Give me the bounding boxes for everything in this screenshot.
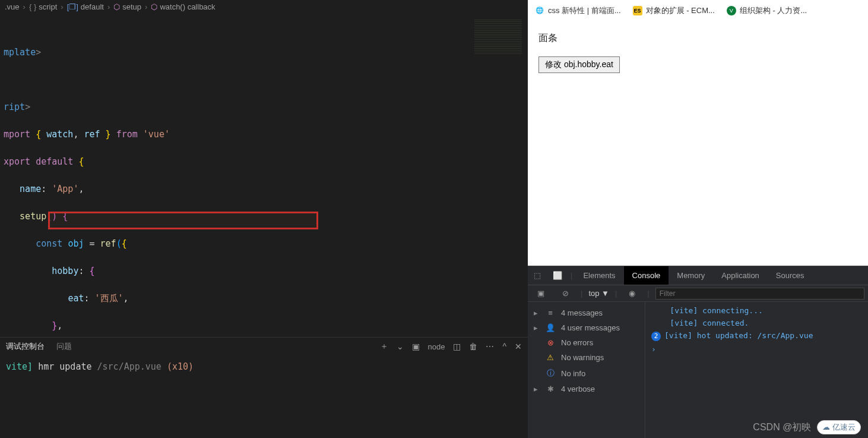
- watermark: CSDN @初映 ☁ 亿速云: [753, 420, 861, 434]
- more-icon[interactable]: ⋯: [486, 342, 494, 351]
- sidebar-item-label: No warnings: [561, 353, 604, 362]
- terminal-tab-problems[interactable]: 问题: [56, 341, 72, 352]
- minimap[interactable]: [468, 14, 528, 85]
- code-token: ript: [4, 102, 25, 112]
- console-prompt[interactable]: ›: [645, 343, 868, 355]
- trash-icon[interactable]: 🗑: [469, 342, 477, 351]
- devtools-toolbar: ▣ ⊘ | top ▼ | ◉ |: [528, 285, 868, 302]
- context-select[interactable]: top ▼: [588, 289, 609, 298]
- breadcrumb-script[interactable]: script: [39, 2, 57, 11]
- browser-tab[interactable]: V 组织架构 - 人力资...: [723, 3, 810, 18]
- v-icon: V: [727, 6, 736, 15]
- sidebar-item-label: 4 messages: [561, 308, 603, 317]
- sidebar-item-label: 4 verbose: [561, 385, 595, 393]
- code-token: mplate: [4, 47, 36, 58]
- globe-icon: 🌐: [535, 6, 544, 15]
- inspect-icon[interactable]: ⬚: [528, 271, 547, 280]
- console-sidebar: ▸≡4 messages ▸👤4 user messages ⊗No error…: [528, 302, 645, 438]
- code-token: xport: [4, 156, 30, 167]
- console-log: [vite] connected.: [645, 317, 868, 329]
- breadcrumb[interactable]: .vue › { } script › [❐] default › ⬡ setu…: [0, 0, 528, 14]
- module-icon: [❐]: [67, 2, 78, 11]
- chevron-up-icon[interactable]: ^: [502, 342, 506, 351]
- vscode-editor-pane: .vue › { } script › [❐] default › ⬡ setu…: [0, 0, 528, 438]
- sidebar-item-warnings[interactable]: ⚠No warnings: [528, 350, 645, 365]
- console-output[interactable]: [vite] connecting... [vite] connected. 2…: [645, 302, 868, 438]
- chevron-down-icon[interactable]: ⌄: [397, 342, 404, 351]
- watermark-cloud: ☁ 亿速云: [817, 420, 861, 434]
- terminal-tab-debug[interactable]: 调试控制台: [6, 341, 45, 352]
- plus-icon[interactable]: ＋: [380, 341, 388, 352]
- cube-icon: ⬡: [151, 2, 157, 11]
- device-icon[interactable]: ⬜: [547, 271, 568, 280]
- browser-tab[interactable]: ES 对象的扩展 - ECM...: [629, 3, 718, 18]
- breadcrumb-sep: ›: [23, 2, 26, 11]
- console-log: 2[vite] hot updated: /src/App.vue: [645, 329, 868, 343]
- terminal-node-label: node: [428, 342, 445, 351]
- terminal-panel: 调试控制台 问题 ＋ ⌄ ▣ node ◫ 🗑 ⋯ ^ ✕ vite] hmr …: [0, 337, 528, 438]
- breadcrumb-default[interactable]: default: [81, 2, 104, 11]
- term-tag: vite]: [6, 361, 33, 372]
- code-editor[interactable]: mplate> ript> mport { watch, ref } from …: [0, 14, 528, 337]
- console-log: [vite] connecting...: [645, 304, 868, 317]
- tab-label: 对象的扩展 - ECM...: [646, 5, 715, 16]
- sidebar-item-label: No info: [561, 369, 585, 378]
- tab-memory[interactable]: Memory: [669, 266, 713, 285]
- filter-input[interactable]: [655, 288, 864, 300]
- breadcrumb-file[interactable]: .vue: [5, 2, 20, 11]
- eye-icon[interactable]: ◉: [623, 289, 641, 298]
- breadcrumb-sep: ›: [61, 2, 63, 11]
- devtools-tabs: ⬚ ⬜ | Elements Console Memory Applicatio…: [528, 266, 868, 285]
- breadcrumb-sep: ›: [145, 2, 147, 11]
- terminal-icon[interactable]: ▣: [412, 342, 420, 351]
- browser-tab[interactable]: 🌐 css 新特性 | 前端面...: [531, 3, 625, 18]
- tab-console[interactable]: Console: [624, 266, 669, 285]
- sidebar-item-messages[interactable]: ▸≡4 messages: [528, 305, 645, 320]
- tab-elements[interactable]: Elements: [575, 266, 623, 285]
- watermark-csdn: CSDN @初映: [753, 421, 811, 434]
- cube-icon: ⬡: [113, 2, 120, 11]
- sidebar-icon[interactable]: ▣: [531, 289, 550, 298]
- es-icon: ES: [633, 6, 642, 15]
- sidebar-item-verbose[interactable]: ▸✱4 verbose: [528, 382, 645, 396]
- terminal-tabs: 调试控制台 问题 ＋ ⌄ ▣ node ◫ 🗑 ⋯ ^ ✕: [0, 338, 528, 355]
- term-text: hmr update: [38, 361, 91, 372]
- breadcrumb-callback[interactable]: watch() callback: [160, 2, 215, 11]
- highlight-box: [48, 212, 318, 229]
- page-text: 面条: [538, 32, 857, 45]
- breadcrumb-setup[interactable]: setup: [122, 2, 141, 11]
- log-count-badge: 2: [651, 332, 661, 341]
- sidebar-item-user[interactable]: ▸👤4 user messages: [528, 320, 645, 335]
- breadcrumb-sep: ›: [107, 2, 110, 11]
- browser-tab-strip: 🌐 css 新特性 | 前端面... ES 对象的扩展 - ECM... V 组…: [528, 0, 868, 21]
- clear-icon[interactable]: ⊘: [556, 289, 575, 298]
- modify-button[interactable]: 修改 obj.hobby.eat: [538, 56, 620, 73]
- split-icon[interactable]: ◫: [453, 342, 461, 351]
- devtools-panel: ⬚ ⬜ | Elements Console Memory Applicatio…: [528, 266, 868, 438]
- terminal-output[interactable]: vite] hmr update /src/App.vue (x10): [0, 355, 528, 378]
- code-token: mport: [4, 129, 30, 140]
- term-count: (x10): [167, 361, 194, 372]
- term-path: /src/App.vue: [97, 361, 161, 372]
- sidebar-item-errors[interactable]: ⊗No errors: [528, 335, 645, 350]
- tab-label: 组织架构 - 人力资...: [740, 5, 807, 16]
- tab-label: css 新特性 | 前端面...: [548, 5, 621, 16]
- tab-sources[interactable]: Sources: [768, 266, 813, 285]
- tab-application[interactable]: Application: [713, 266, 768, 285]
- browser-pane: 🌐 css 新特性 | 前端面... ES 对象的扩展 - ECM... V 组…: [528, 0, 868, 438]
- sidebar-item-info[interactable]: ⓘNo info: [528, 365, 645, 382]
- page-content: 面条 修改 obj.hobby.eat: [528, 21, 868, 266]
- sidebar-item-label: 4 user messages: [561, 323, 620, 332]
- close-icon[interactable]: ✕: [515, 342, 522, 351]
- sidebar-item-label: No errors: [561, 338, 593, 347]
